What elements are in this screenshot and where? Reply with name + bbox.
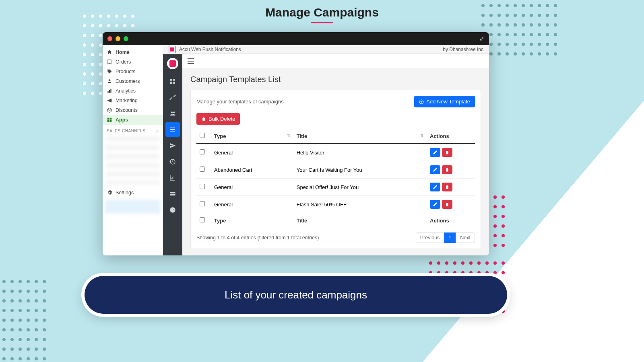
side-help[interactable]: ? bbox=[165, 203, 180, 217]
nav-home[interactable]: Home bbox=[103, 47, 163, 57]
delete-button[interactable] bbox=[442, 183, 452, 191]
card-subheading: Manage your templates of campaigns bbox=[196, 99, 284, 105]
apps-icon bbox=[107, 117, 112, 123]
button-label: Bulk Delete bbox=[208, 116, 235, 122]
svg-rect-15 bbox=[170, 82, 172, 84]
svg-text:?: ? bbox=[171, 208, 173, 212]
nav-label: Discounts bbox=[116, 107, 138, 113]
app-sidebar: ? bbox=[163, 54, 182, 255]
current-app-indicator bbox=[105, 200, 160, 214]
home-icon bbox=[107, 49, 112, 55]
col-actions-footer: Actions bbox=[427, 213, 475, 228]
templates-table: Type⇅ Title⇅ Actions GeneralHello Visite… bbox=[196, 129, 475, 228]
nav-settings[interactable]: Settings bbox=[103, 188, 163, 197]
sales-channels-list bbox=[106, 136, 159, 185]
edit-button[interactable] bbox=[430, 183, 440, 191]
svg-rect-13 bbox=[170, 79, 172, 81]
row-checkbox[interactable] bbox=[200, 167, 205, 172]
table-row: GeneralFlash Sale! 50% OFF bbox=[196, 196, 475, 213]
title-underline bbox=[311, 22, 333, 23]
row-checkbox[interactable] bbox=[200, 184, 205, 189]
row-checkbox[interactable] bbox=[200, 149, 205, 154]
discounts-icon bbox=[107, 107, 112, 113]
svg-rect-3 bbox=[110, 89, 111, 93]
nav-orders[interactable]: Orders bbox=[103, 57, 163, 67]
side-reports[interactable] bbox=[165, 171, 180, 185]
button-label: Add New Template bbox=[426, 99, 470, 105]
delete-button[interactable] bbox=[442, 148, 452, 157]
nav-products[interactable]: Products bbox=[103, 67, 163, 76]
svg-rect-1 bbox=[107, 91, 108, 93]
pager-prev[interactable]: Previous bbox=[416, 232, 444, 243]
col-title: Title⇅ bbox=[293, 129, 427, 144]
side-send[interactable] bbox=[165, 138, 180, 153]
row-title: Flash Sale! 50% OFF bbox=[293, 196, 427, 213]
nav-marketing[interactable]: Marketing bbox=[103, 96, 163, 105]
table-row: Abandoned CartYour Cart Is Waiting For Y… bbox=[196, 161, 475, 179]
svg-point-18 bbox=[173, 111, 175, 113]
nav-apps[interactable]: Apps bbox=[103, 115, 163, 125]
sort-icon[interactable]: ⇅ bbox=[420, 133, 423, 138]
svg-rect-7 bbox=[107, 118, 109, 120]
svg-rect-11 bbox=[170, 47, 174, 51]
delete-button[interactable] bbox=[442, 200, 452, 209]
nav-label: Home bbox=[116, 49, 130, 55]
side-tools[interactable] bbox=[165, 90, 180, 105]
row-type: General bbox=[211, 144, 293, 161]
marketing-icon bbox=[107, 98, 112, 103]
nav-discounts[interactable]: Discounts bbox=[103, 105, 163, 115]
col-title-footer: Title bbox=[293, 213, 427, 228]
orders-icon bbox=[107, 59, 112, 65]
edit-button[interactable] bbox=[430, 148, 440, 157]
content-topbar bbox=[182, 54, 489, 68]
select-all-checkbox-footer[interactable] bbox=[200, 217, 205, 222]
svg-point-6 bbox=[110, 111, 111, 111]
row-title: Your Cart Is Waiting For You bbox=[293, 161, 427, 179]
bulk-delete-button[interactable]: Bulk Delete bbox=[196, 113, 240, 125]
svg-rect-16 bbox=[173, 82, 175, 84]
svg-point-17 bbox=[171, 111, 173, 113]
side-subscribers[interactable] bbox=[165, 106, 180, 121]
add-channel-icon[interactable]: ⊕ bbox=[155, 129, 159, 133]
analytics-icon bbox=[107, 88, 112, 94]
edit-button[interactable] bbox=[430, 200, 440, 209]
side-history[interactable] bbox=[165, 154, 180, 169]
sales-channels-header: SALES CHANNELS ⊕ bbox=[103, 125, 163, 135]
svg-rect-9 bbox=[107, 120, 109, 122]
side-dashboard[interactable] bbox=[165, 74, 180, 88]
table-row: GeneralHello Visiter bbox=[196, 144, 475, 161]
content-heading: Campaign Templates List bbox=[190, 75, 481, 84]
delete-button[interactable] bbox=[442, 165, 452, 174]
add-template-button[interactable]: Add New Template bbox=[414, 96, 475, 107]
close-icon[interactable] bbox=[107, 36, 112, 41]
pager-page-1[interactable]: 1 bbox=[444, 232, 456, 243]
app-title-bar: Accu Web Push Notifications by Dhanashre… bbox=[163, 45, 489, 54]
side-billing[interactable] bbox=[165, 187, 180, 201]
pager-next[interactable]: Next bbox=[456, 232, 475, 243]
svg-rect-2 bbox=[109, 90, 110, 93]
svg-point-5 bbox=[108, 109, 109, 110]
hamburger-icon[interactable] bbox=[187, 58, 194, 64]
maximize-icon[interactable] bbox=[124, 36, 128, 41]
minimize-icon[interactable] bbox=[116, 36, 120, 41]
side-templates[interactable] bbox=[165, 122, 180, 137]
pagination-info: Showing 1 to 4 of 4 entries (filtered fr… bbox=[196, 235, 319, 241]
customers-icon bbox=[107, 78, 112, 84]
col-actions: Actions bbox=[427, 129, 475, 144]
select-all-checkbox[interactable] bbox=[200, 133, 205, 138]
nav-customers[interactable]: Customers bbox=[103, 76, 163, 86]
sort-icon[interactable]: ⇅ bbox=[287, 133, 290, 138]
trash-icon bbox=[201, 117, 206, 121]
expand-icon[interactable]: ⤢ bbox=[479, 35, 484, 42]
app-byline: by Dhanashree Inc bbox=[443, 47, 483, 52]
nav-analytics[interactable]: Analytics bbox=[103, 86, 163, 96]
nav-label: Analytics bbox=[116, 88, 136, 94]
row-checkbox[interactable] bbox=[200, 201, 205, 206]
col-type: Type⇅ bbox=[211, 129, 293, 144]
nav-label: Settings bbox=[116, 190, 134, 195]
svg-rect-12 bbox=[169, 60, 176, 67]
section-label: SALES CHANNELS bbox=[107, 129, 145, 133]
svg-rect-10 bbox=[110, 120, 112, 122]
caption-text: List of your created campaigns bbox=[225, 289, 367, 301]
edit-button[interactable] bbox=[430, 165, 440, 174]
